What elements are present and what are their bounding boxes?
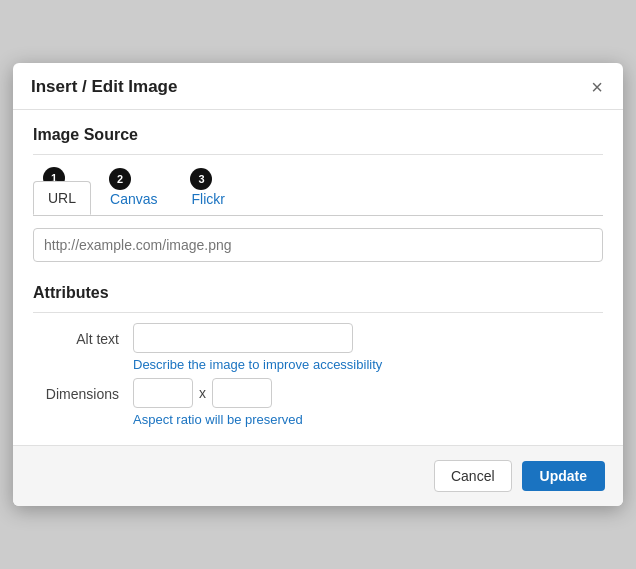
alt-text-hint: Describe the image to improve accessibil… [133, 357, 603, 372]
tab-url-wrapper: 1 URL [33, 181, 95, 215]
alt-text-field: Describe the image to improve accessibil… [133, 323, 603, 372]
dialog-footer: Cancel Update [13, 445, 623, 506]
dimensions-separator: x [199, 385, 206, 401]
tabs-container: 1 URL 2 Canvas 3 Flickr [33, 165, 603, 216]
dimensions-inputs: x [133, 378, 603, 408]
dimensions-row: Dimensions x Aspect ratio will be preser… [33, 378, 603, 427]
section-divider [33, 154, 603, 155]
insert-edit-image-dialog: Insert / Edit Image × Image Source 1 URL… [13, 63, 623, 506]
width-input[interactable] [133, 378, 193, 408]
dialog-header: Insert / Edit Image × [13, 63, 623, 110]
tab-canvas[interactable]: Canvas [95, 182, 172, 215]
attributes-section: Attributes Alt text Describe the image t… [33, 284, 603, 427]
tab-flickr-wrapper: 3 Flickr [176, 182, 243, 215]
cancel-button[interactable]: Cancel [434, 460, 512, 492]
dimensions-field: x Aspect ratio will be preserved [133, 378, 603, 427]
alt-text-row: Alt text Describe the image to improve a… [33, 323, 603, 372]
attributes-divider [33, 312, 603, 313]
dialog-title: Insert / Edit Image [31, 77, 177, 97]
dimensions-hint: Aspect ratio will be preserved [133, 412, 603, 427]
alt-text-input[interactable] [133, 323, 353, 353]
height-input[interactable] [212, 378, 272, 408]
tab-canvas-wrapper: 2 Canvas [95, 182, 176, 215]
alt-text-label: Alt text [33, 323, 133, 347]
tab-flickr[interactable]: Flickr [176, 182, 239, 215]
url-input[interactable] [33, 228, 603, 262]
update-button[interactable]: Update [522, 461, 605, 491]
tab-url[interactable]: URL [33, 181, 91, 215]
image-source-section: Image Source 1 URL 2 Canvas 3 Flickr [33, 126, 603, 280]
dialog-body: Image Source 1 URL 2 Canvas 3 Flickr [13, 110, 623, 427]
attributes-title: Attributes [33, 284, 603, 302]
close-button[interactable]: × [589, 77, 605, 97]
dimensions-label: Dimensions [33, 378, 133, 402]
image-source-title: Image Source [33, 126, 603, 144]
